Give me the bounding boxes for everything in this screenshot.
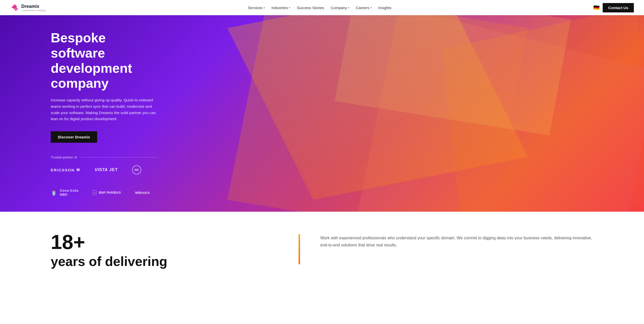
nav-link-company[interactable]: Company ▾	[328, 4, 352, 11]
brand-name: Dreamix	[21, 4, 46, 9]
nav-link-careers[interactable]: Careers ▾	[353, 4, 374, 11]
nav-link-insights[interactable]: Insights	[376, 4, 394, 11]
contact-us-button[interactable]: Contact Us	[603, 3, 634, 12]
partner-nnip: NN	[132, 165, 141, 174]
partner-vmware: vmware	[135, 190, 150, 195]
stats-description: Work with experienced professionals who …	[320, 235, 593, 249]
nav-item-services[interactable]: Services ▾	[246, 4, 268, 11]
discover-dreamix-button[interactable]: Discover Dreamix	[51, 131, 97, 143]
stats-section: 18+ years of delivering Work with experi…	[0, 212, 644, 284]
bnp-square-icon: ▪	[93, 190, 96, 195]
nnip-circle-icon: NN	[132, 165, 141, 174]
nav-link-services[interactable]: Services ▾	[246, 4, 268, 11]
stats-number: 18+	[51, 232, 278, 252]
nav-item-insights[interactable]: Insights	[376, 4, 394, 11]
hero-description: Increase capacity without giving up qual…	[51, 97, 157, 122]
logo-icon	[10, 3, 19, 12]
trusted-partners-section: Trusted partner of ERICSSON ≋ VISTAJET N…	[51, 155, 157, 196]
partner-vistajet: VISTAJET	[95, 167, 118, 172]
navbar-right: 🇩🇪 Contact Us	[593, 3, 634, 12]
stats-divider	[299, 234, 300, 264]
partner-ericsson: ERICSSON ≋	[51, 167, 80, 173]
chevron-down-icon: ▾	[289, 6, 290, 9]
navbar: Dreamix A Synechron Company Services ▾ I…	[0, 0, 644, 15]
partner-cocacola: 🥤 Coca-ColaHBC	[51, 189, 78, 196]
hero-background-graphic	[142, 15, 644, 212]
chevron-down-icon: ▾	[348, 6, 349, 9]
chevron-down-icon: ▾	[264, 6, 265, 9]
nav-item-success-stories[interactable]: Success Stories	[294, 4, 327, 11]
hero-content: Bespoke software development company Inc…	[51, 30, 157, 196]
nav-item-company[interactable]: Company ▾	[328, 4, 352, 11]
stats-subtitle: years of delivering	[51, 254, 278, 269]
nav-link-success-stories[interactable]: Success Stories	[294, 4, 327, 11]
hero-section: Bespoke software development company Inc…	[0, 15, 644, 212]
nav-link-industries[interactable]: Industries ▾	[269, 4, 293, 11]
nav-item-industries[interactable]: Industries ▾	[269, 4, 293, 11]
cocacola-icon: 🥤	[51, 189, 57, 196]
hero-title: Bespoke software development company	[51, 30, 157, 91]
logo[interactable]: Dreamix A Synechron Company	[10, 3, 46, 12]
brand-tagline: A Synechron Company	[21, 9, 46, 12]
stats-right: Work with experienced professionals who …	[320, 232, 593, 249]
nav-menu: Services ▾ Industries ▾ Success Stories …	[246, 4, 394, 11]
partner-bnp: ▪ BNP PARIBAS	[93, 190, 121, 195]
trusted-label: Trusted partner of	[51, 155, 157, 159]
chevron-down-icon: ▾	[370, 6, 372, 9]
partners-row: ERICSSON ≋ VISTAJET NN 🥤 Coca-ColaHBC ▪ …	[51, 165, 157, 196]
stats-left: 18+ years of delivering	[51, 232, 278, 269]
ericsson-logo-symbol: ≋	[76, 167, 80, 173]
nav-item-careers[interactable]: Careers ▾	[353, 4, 374, 11]
language-flag-icon[interactable]: 🇩🇪	[593, 5, 600, 11]
